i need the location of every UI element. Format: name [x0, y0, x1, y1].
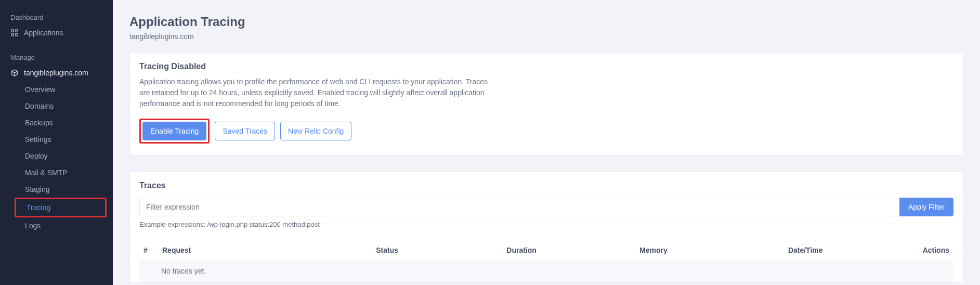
filter-input[interactable] — [139, 198, 899, 216]
sidebar-item-settings[interactable]: Settings — [0, 131, 113, 148]
enable-tracing-button[interactable]: Enable Tracing — [142, 122, 206, 140]
sidebar-section-manage: Manage — [0, 50, 113, 64]
new-relic-config-button[interactable]: New Relic Config — [280, 122, 351, 140]
col-status: Status — [292, 241, 402, 260]
svg-rect-3 — [16, 34, 18, 36]
apply-filter-button[interactable]: Apply Filter — [899, 198, 953, 216]
sidebar-item-domains[interactable]: Domains — [0, 98, 113, 114]
col-actions: Actions — [827, 241, 953, 260]
filter-example: Example expressions: /wp-login.php statu… — [139, 221, 953, 228]
empty-message: No traces yet. — [139, 260, 953, 282]
sidebar: Dashboard Applications Manage tangiblepl… — [0, 0, 113, 285]
sidebar-item-tracing[interactable]: Tracing — [15, 198, 107, 217]
grid-icon — [10, 29, 19, 37]
sidebar-item-label: Applications — [24, 29, 63, 37]
status-card-title: Tracing Disabled — [139, 62, 953, 71]
svg-rect-1 — [16, 30, 18, 32]
table-row-empty: No traces yet. — [139, 260, 953, 282]
col-datetime: Date/Time — [672, 241, 827, 260]
sidebar-item-overview[interactable]: Overview — [0, 81, 113, 98]
sidebar-item-backups[interactable]: Backups — [0, 114, 113, 131]
sidebar-section-dashboard: Dashboard — [0, 10, 113, 24]
traces-title: Traces — [139, 181, 953, 190]
page-title: Application Tracing — [129, 15, 963, 29]
main-content: Application Tracing tangibleplugins.com … — [113, 0, 980, 285]
sidebar-item-mail[interactable]: Mail & SMTP — [0, 164, 113, 181]
col-duration: Duration — [402, 241, 541, 260]
col-hash: # — [139, 241, 158, 260]
enable-tracing-highlight: Enable Tracing — [139, 119, 210, 144]
saved-traces-button[interactable]: Saved Traces — [215, 122, 275, 140]
sidebar-item-staging[interactable]: Staging — [0, 181, 113, 198]
sidebar-item-site[interactable]: tangibleplugins.com — [0, 64, 113, 81]
col-request: Request — [158, 241, 292, 260]
status-card-actions: Enable Tracing Saved Traces New Relic Co… — [139, 119, 953, 144]
traces-table: # Request Status Duration Memory Date/Ti… — [139, 241, 953, 282]
filter-row: Apply Filter — [139, 198, 953, 216]
svg-rect-0 — [11, 30, 14, 32]
sidebar-item-applications[interactable]: Applications — [0, 24, 113, 41]
sidebar-item-logs[interactable]: Logs — [0, 217, 113, 234]
status-card-description: Application tracing allows you to profil… — [139, 76, 493, 109]
svg-rect-2 — [11, 34, 14, 36]
tracing-status-card: Tracing Disabled Application tracing all… — [129, 52, 963, 156]
sidebar-item-deploy[interactable]: Deploy — [0, 148, 113, 164]
page-subtitle: tangibleplugins.com — [129, 32, 963, 41]
traces-card: Traces Apply Filter Example expressions:… — [129, 171, 963, 283]
col-memory: Memory — [541, 241, 672, 260]
cube-icon — [10, 69, 19, 77]
sidebar-item-label: tangibleplugins.com — [24, 69, 88, 77]
